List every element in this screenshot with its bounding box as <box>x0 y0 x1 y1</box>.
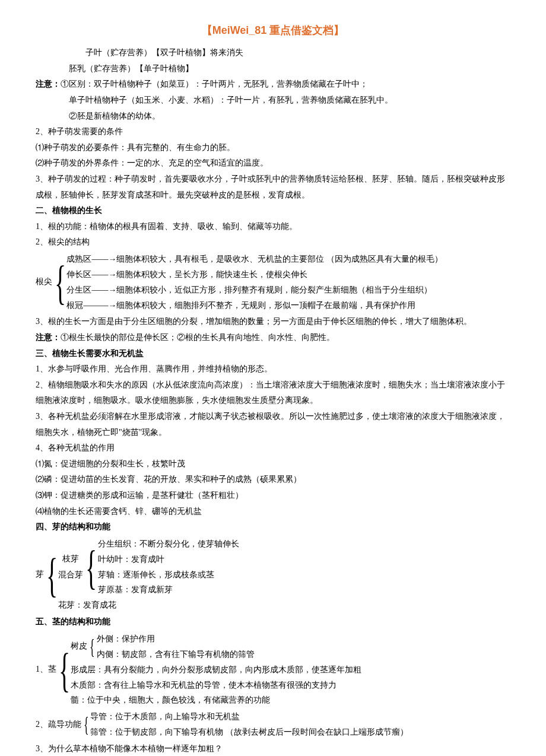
section-heading: 三、植物生长需要水和无机盐 <box>36 346 510 362</box>
text-line: 分生区——→细胞体积较小，近似正方形，排列整齐有规则，能分裂产生新细胞（相当于分… <box>66 282 510 298</box>
text-line: ②胚是新植物体的幼体。 <box>36 109 510 125</box>
text-line: ⑵种子萌发的外界条件：一定的水、充足的空气和适宜的温度。 <box>36 155 510 171</box>
brace-icon: { <box>85 536 97 598</box>
text-line: 2、植物细胞吸水和失水的原因（水从低浓度流向高浓度）：当土壤溶液浓度大于细胞液浓… <box>36 377 510 409</box>
text-line: 1、根的功能：植物体的根具有固着、支持、吸收、输到、储藏等功能。 <box>36 219 510 235</box>
text-line: 导管：位于木质部，向上输导水和无机盐 <box>90 709 510 725</box>
text-line: 内侧：韧皮部，含有往下输导有机物的筛管 <box>97 647 510 662</box>
text-line: 形成层：具有分裂能力，向外分裂形成韧皮部，向内形成木质部，使茎逐年加粗 <box>71 662 510 678</box>
bracket-label: 根尖 <box>36 252 55 313</box>
text-line: 胚乳（贮存营养）【单子叶植物】 <box>36 61 510 77</box>
text-line: 成熟区——→细胞体积较大，具有根毛，是吸收水、无机盐的主要部位 （因为成熟区具有… <box>66 252 510 267</box>
text-line: 木质部：含有往上输导水和无机盐的导管，使木本植物茎有很强的支持力 <box>71 678 510 693</box>
text-line: 2、种子萌发需要的条件 <box>36 124 510 140</box>
bud-structure: 芽 { 枝芽 混合芽 { 分生组织：不断分裂分化，使芽轴伸长 叶幼叶：发育成叶 … <box>36 536 510 613</box>
text-line: 芽轴：逐渐伸长，形成枝条或茎 <box>98 567 510 583</box>
text-line: 4、各种无机盐的作用 <box>36 440 510 456</box>
text-line: 1、水参与呼吸作用、光合作用、蒸腾作用，并维持植物的形态。 <box>36 361 510 377</box>
note-text: ①根生长最快的部位是伸长区；②根的生长具有向地性、向水性、向肥性。 <box>61 333 335 342</box>
text-line: 子叶（贮存营养）【双子叶植物】将来消失 <box>36 45 510 61</box>
text-line: 花芽：发育成花 <box>58 598 510 613</box>
text-line: ⑷植物的生长还需要含钙、锌、硼等的无机盐 <box>36 504 510 520</box>
root-tip-structure: 根尖 { 成熟区——→细胞体积较大，具有根毛，是吸收水、无机盐的主要部位 （因为… <box>36 252 510 313</box>
bracket-label: 芽 <box>36 536 46 613</box>
text-line: 芽原基：发育成新芽 <box>98 582 510 598</box>
text-line: ⑴氮：促进细胞的分裂和生长，枝繁叶茂 <box>36 456 510 472</box>
brace-icon: { <box>84 709 89 740</box>
text-line: 外侧：保护作用 <box>97 631 510 647</box>
brace-icon: { <box>46 536 58 613</box>
brace-icon: { <box>90 631 95 662</box>
section-heading: 二、植物根的生长 <box>36 203 510 219</box>
bud-branch-label: 枝芽 <box>62 551 79 567</box>
text-line: 3、种子萌发的过程：种子萌发时，首先要吸收水分，子叶或胚乳中的营养物质转运给胚根… <box>36 171 510 203</box>
text-line: 3、根的生长一方面是由于分生区细胞的分裂，增加细胞的数量；另一方面是由于伸长区细… <box>36 314 510 330</box>
bracket-label: 1、茎 <box>36 631 59 708</box>
transport-function: 2、疏导功能 { 导管：位于木质部，向上输导水和无机盐 筛管：位于韧皮部，向下输… <box>36 709 510 740</box>
text-line: 伸长区——→细胞体积较大，呈长方形，能快速生长，使根尖伸长 <box>66 267 510 282</box>
section-heading: 四、芽的结构和功能 <box>36 519 510 535</box>
note-line: 注意：①根生长最快的部位是伸长区；②根的生长具有向地性、向水性、向肥性。 <box>36 330 510 346</box>
text-line: ⑴种子萌发的必要条件：具有完整的、有生命力的胚。 <box>36 140 510 156</box>
stem-structure: 1、茎 { 树皮 { 外侧：保护作用 内侧：韧皮部，含有往下输导有机物的筛管 形… <box>36 631 510 708</box>
text-line: 分生组织：不断分裂分化，使芽轴伸长 <box>98 536 510 552</box>
section-heading: 五、茎的结构和功能 <box>36 614 510 630</box>
bark-label: 树皮 <box>71 631 90 662</box>
bracket-label: 2、疏导功能 <box>36 709 84 740</box>
note-label: 注意： <box>36 333 61 342</box>
bud-mixed-label: 混合芽 <box>58 567 83 583</box>
text-line: ⑶钾：促进糖类的形成和运输，是茎秆健壮（茎秆粗壮） <box>36 488 510 504</box>
text-line: 髓：位于中央，细胞大，颜色较浅，有储藏营养的功能 <box>71 693 510 708</box>
text-line: 筛管：位于韧皮部，向下输导有机物 （故剥去树皮后一段时间会在缺口上端形成节瘤） <box>90 725 510 740</box>
text-line: 单子叶植物种子（如玉米、小麦、水稻）：子叶一片，有胚乳，营养物质储藏在胚乳中。 <box>36 93 510 109</box>
text-line: 2、根尖的结构 <box>36 234 510 250</box>
text-line: 3、各种无机盐必须溶解在水里形成溶液，才能以离子状态被根吸收。所以一次性施肥过多… <box>36 409 510 440</box>
note-line: 注意：①区别：双子叶植物种子（如菜豆）：子叶两片，无胚乳，营养物质储藏在子叶中； <box>36 77 510 93</box>
text-line: ⑵磷：促进幼苗的生长发育、花的开放、果实和种子的成熟（硕果累累） <box>36 472 510 488</box>
note-label: 注意： <box>36 80 61 88</box>
note-text: ①区别：双子叶植物种子（如菜豆）：子叶两片，无胚乳，营养物质储藏在子叶中； <box>61 80 368 88</box>
text-line: 3、为什么草本植物不能像木本植物一样逐年加粗？ <box>36 741 510 756</box>
brace-icon: { <box>59 631 70 708</box>
page-header: 【MeiWei_81 重点借鉴文档】 <box>36 20 510 40</box>
text-line: 叶幼叶：发育成叶 <box>98 552 510 567</box>
text-line: 根冠———→细胞体积较大，细胞排列不整齐，无规则，形似一顶帽子在最前端，具有保护… <box>66 298 510 313</box>
brace-icon: { <box>55 252 66 313</box>
